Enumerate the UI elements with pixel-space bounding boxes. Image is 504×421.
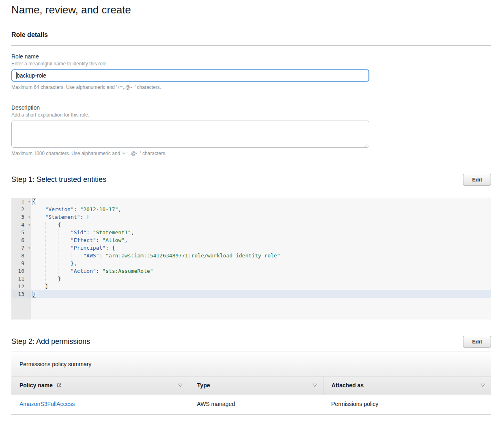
editor-line-9: 9 }, xyxy=(11,259,491,267)
editor-line-7: 7▾ "Principal": { xyxy=(11,244,491,252)
editor-line-12: 12 ] xyxy=(11,283,491,290)
trust-policy-editor[interactable]: 1▾{2 "Version": "2012-10-17",3▾ "Stateme… xyxy=(11,198,491,320)
json-key: "AWS" xyxy=(83,253,99,259)
step2-edit-button[interactable]: Edit xyxy=(463,336,491,348)
external-link-icon xyxy=(56,382,62,388)
json-key: "Action" xyxy=(71,268,96,274)
editor-line-4: 4▾ { xyxy=(11,221,491,229)
json-punct: , xyxy=(118,206,121,212)
editor-line-3: 3▾ "Statement": [ xyxy=(11,213,491,221)
editor-gutter-cell: 5 xyxy=(11,229,31,236)
json-punct xyxy=(32,214,45,220)
json-key: "Sid" xyxy=(71,229,86,235)
line-number: 13 xyxy=(18,290,29,298)
fold-arrow-icon[interactable]: ▾ xyxy=(28,244,30,252)
editor-code-cell: "Action": "sts:AssumeRole" xyxy=(31,267,491,275)
fold-arrow-icon[interactable]: ▾ xyxy=(28,213,30,221)
json-string: "arn:aws:iam::541263489771:role/workload… xyxy=(106,253,280,259)
line-number: 12 xyxy=(18,283,29,290)
editor-line-10: 10 "Action": "sts:AssumeRole" xyxy=(11,267,491,275)
step2-header-row: Step 2: Add permissions Edit xyxy=(11,336,491,348)
editor-line-8: 8 "AWS": "arn:aws:iam::541263489771:role… xyxy=(11,252,491,259)
editor-gutter-cell: 7▾ xyxy=(11,244,31,252)
json-punct: : xyxy=(86,229,93,235)
json-punct xyxy=(32,237,71,243)
json-punct xyxy=(32,245,71,251)
page-title: Name, review, and create xyxy=(11,0,491,16)
role-name-constraint: Maximum 64 characters. Use alphanumeric … xyxy=(11,84,491,91)
line-number: 8 xyxy=(21,252,29,259)
role-name-help: Enter a meaningful name to identify this… xyxy=(11,61,491,67)
editor-code-cell: { xyxy=(31,198,491,205)
column-label: Policy name xyxy=(19,382,53,389)
permissions-summary-panel: Permissions policy summary Policy nameTy… xyxy=(11,352,491,415)
policy-name-cell: AmazonS3FullAccess xyxy=(11,395,189,414)
json-punct: { xyxy=(32,198,36,205)
json-key: "Version" xyxy=(45,206,73,212)
role-details-heading: Role details xyxy=(11,31,491,39)
editor-code-cell: "AWS": "arn:aws:iam::541263489771:role/w… xyxy=(31,252,491,259)
description-label: Description xyxy=(11,104,491,111)
json-string: "Statement1" xyxy=(93,229,131,235)
editor-gutter-cell: 1▾ xyxy=(11,198,31,205)
fold-arrow-icon[interactable]: ▾ xyxy=(28,198,30,205)
column-header-policy-name: Policy name xyxy=(11,376,189,395)
json-punct: } xyxy=(32,276,61,282)
json-punct: } xyxy=(32,291,36,298)
description-textarea[interactable] xyxy=(11,121,369,148)
line-number: 6 xyxy=(21,236,29,244)
column-header-attached-as: Attached as xyxy=(323,376,491,395)
editor-line-2: 2 "Version": "2012-10-17", xyxy=(11,205,491,213)
editor-gutter-cell: 6 xyxy=(11,236,31,244)
description-constraint: Maximum 1000 characters. Use alphanumeri… xyxy=(11,151,491,157)
editor-code-cell: }, xyxy=(31,259,491,267)
editor-code-cell: "Version": "2012-10-17", xyxy=(31,205,491,213)
json-string: "sts:AssumeRole" xyxy=(102,268,153,274)
editor-gutter-cell: 10 xyxy=(11,267,31,275)
json-punct: : xyxy=(74,206,80,212)
role-name-value: backup-role xyxy=(17,72,46,79)
step1-heading: Step 1: Select trusted entities xyxy=(11,175,106,184)
json-key: "Effect" xyxy=(71,237,96,243)
column-header-type: Type xyxy=(189,376,323,395)
json-punct: : xyxy=(96,237,103,243)
editor-line-13: 13} xyxy=(11,290,491,298)
editor-gutter-cell: 4▾ xyxy=(11,221,31,229)
step1-edit-button[interactable]: Edit xyxy=(463,174,491,186)
editor-code-cell: } xyxy=(31,275,491,283)
line-number: 10 xyxy=(18,267,29,275)
resize-grip-icon[interactable] xyxy=(363,142,368,146)
line-number: 9 xyxy=(21,259,29,267)
json-punct: , xyxy=(125,237,128,243)
role-name-input[interactable]: backup-role xyxy=(11,69,369,82)
editor-code-cell: ] xyxy=(31,283,491,290)
role-name-label: Role name xyxy=(11,53,491,60)
role-name-field: Role name Enter a meaningful name to ide… xyxy=(11,53,491,91)
editor-gutter-cell: 2 xyxy=(11,205,31,213)
editor-code-cell: } xyxy=(31,290,491,298)
filter-icon[interactable] xyxy=(479,382,486,388)
column-label: Attached as xyxy=(332,382,364,389)
editor-code-cell: "Sid": "Statement1", xyxy=(31,229,491,236)
fold-arrow-icon[interactable]: ▾ xyxy=(28,221,30,229)
editor-line-6: 6 "Effect": "Allow", xyxy=(11,236,491,244)
step2-heading: Step 2: Add permissions xyxy=(11,337,90,346)
step1-header-row: Step 1: Select trusted entities Edit xyxy=(11,174,491,186)
editor-gutter-cell: 12 xyxy=(11,283,31,290)
table-row: AmazonS3FullAccessAWS managedPermissions… xyxy=(11,395,491,414)
json-punct: : { xyxy=(106,245,115,251)
editor-line-1: 1▾{ xyxy=(11,198,491,205)
filter-icon[interactable] xyxy=(177,382,184,388)
editor-gutter-cell: 3▾ xyxy=(11,213,31,221)
description-help: Add a short explanation for this role. xyxy=(11,112,491,118)
json-punct: { xyxy=(32,222,61,228)
editor-line-11: 11 } xyxy=(11,275,491,283)
json-punct xyxy=(32,253,83,259)
json-punct: , xyxy=(131,229,134,235)
json-punct: : xyxy=(99,253,106,259)
json-punct xyxy=(32,206,45,212)
editor-code-cell: "Principal": { xyxy=(31,244,491,252)
filter-icon[interactable] xyxy=(311,382,318,388)
attached-as-cell: Permissions policy xyxy=(323,395,491,414)
policy-name-link[interactable]: AmazonS3FullAccess xyxy=(19,401,75,407)
